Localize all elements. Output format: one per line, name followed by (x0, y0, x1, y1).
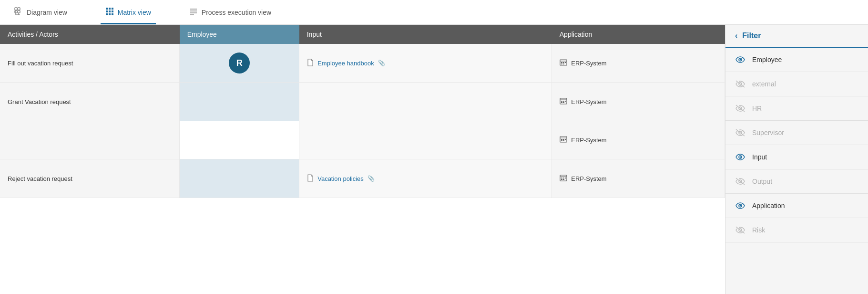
diagram-view-tab[interactable]: Diagram view (10, 0, 72, 24)
filter-label-risk: Risk (752, 226, 765, 234)
svg-rect-46 (565, 178, 566, 178)
erp-icon (560, 136, 567, 144)
app-label-2b: ERP-System (571, 136, 606, 144)
filter-label-external: external (752, 80, 776, 88)
svg-rect-44 (561, 178, 562, 178)
svg-rect-47 (561, 179, 562, 180)
app-item: ERP-System (560, 57, 606, 69)
diagram-view-label: Diagram view (27, 9, 67, 16)
eye-hidden-icon (735, 79, 745, 89)
app-item: ERP-System (560, 134, 606, 146)
filter-item-supervisor[interactable]: Supervisor (725, 121, 868, 145)
input-item[interactable]: Vacation policies 📎 (307, 172, 375, 185)
eye-visible-icon (735, 152, 745, 162)
app-label-2a: ERP-System (571, 98, 606, 105)
svg-rect-48 (563, 179, 564, 180)
matrix-area: Activities / Actors Employee Input Appli… (0, 25, 725, 294)
svg-rect-33 (561, 102, 562, 103)
svg-rect-38 (563, 139, 564, 140)
filter-item-employee[interactable]: Employee (725, 48, 868, 72)
svg-rect-15 (109, 13, 111, 15)
svg-rect-39 (565, 139, 566, 140)
filter-label-hr: HR (752, 105, 762, 112)
svg-rect-9 (109, 8, 111, 10)
main-layout: Activities / Actors Employee Input Appli… (0, 25, 868, 294)
filter-label-output: Output (752, 178, 772, 185)
input-cell-3: Vacation policies 📎 (299, 159, 552, 198)
activities-header: Activities / Actors (0, 25, 180, 44)
eye-hidden-icon (735, 103, 745, 114)
svg-point-55 (740, 157, 741, 158)
svg-rect-24 (563, 62, 564, 63)
app-label-1: ERP-System (571, 60, 606, 67)
app-item: ERP-System (560, 96, 606, 108)
filter-label-input: Input (752, 153, 767, 161)
svg-rect-26 (561, 63, 562, 64)
svg-rect-40 (561, 140, 562, 141)
top-navigation: Diagram view Matrix view (0, 0, 868, 25)
activity-label-3: Reject vacation request (8, 175, 72, 182)
filter-header: ‹ Filter (725, 25, 868, 48)
application-header: Application (552, 25, 725, 44)
eye-hidden-icon (735, 176, 745, 187)
svg-rect-1 (18, 8, 20, 10)
activity-label-2: Grant Vacation request (8, 98, 71, 105)
document-icon (307, 174, 314, 183)
svg-rect-23 (561, 62, 562, 63)
svg-rect-0 (15, 8, 17, 10)
employee-cell-2 (180, 83, 299, 159)
application-cell-2: ERP-System (552, 83, 725, 159)
svg-rect-31 (563, 101, 564, 102)
app-row: ERP-System (552, 83, 725, 121)
svg-rect-12 (109, 10, 111, 12)
matrix-table: Activities / Actors Employee Input Appli… (0, 25, 725, 198)
input-header: Input (299, 25, 552, 44)
svg-rect-10 (112, 8, 113, 10)
filter-item-output[interactable]: Output (725, 169, 868, 194)
filter-item-external[interactable]: external (725, 72, 868, 96)
svg-point-58 (740, 205, 741, 207)
activity-cell-2: Grant Vacation request (0, 83, 180, 159)
employee-cell-3 (180, 159, 299, 198)
filter-title: Filter (742, 32, 761, 40)
activity-cell-3: Reject vacation request (0, 159, 180, 198)
filter-back-button[interactable]: ‹ (735, 32, 737, 40)
filter-item-hr[interactable]: HR (725, 96, 868, 121)
matrix-view-icon (105, 7, 114, 18)
svg-rect-34 (563, 102, 564, 103)
application-cell-3: ERP-System (552, 159, 725, 198)
svg-rect-41 (563, 140, 564, 141)
erp-icon (560, 98, 567, 106)
eye-hidden-icon (735, 127, 745, 138)
table-row: Reject vacation request (0, 159, 725, 198)
app-row: ERP-System (552, 121, 725, 159)
input-label-3: Vacation policies (317, 175, 364, 182)
input-cell-1: Employee handbook 📎 (299, 44, 552, 83)
filter-label-supervisor: Supervisor (752, 129, 784, 136)
attachment-icon: 📎 (378, 60, 385, 66)
matrix-view-tab[interactable]: Matrix view (101, 0, 156, 24)
svg-rect-27 (563, 63, 564, 64)
svg-rect-3 (18, 10, 20, 13)
svg-rect-45 (563, 178, 564, 178)
svg-point-50 (740, 59, 741, 61)
svg-rect-14 (106, 13, 108, 15)
employee-header: Employee (180, 25, 299, 44)
filter-label-employee: Employee (752, 56, 782, 63)
app-item: ERP-System (560, 173, 606, 185)
filter-item-risk[interactable]: Risk (725, 218, 868, 242)
input-label-1: Employee handbook (317, 60, 374, 67)
svg-rect-8 (106, 8, 108, 10)
filter-item-application[interactable]: Application (725, 194, 868, 218)
erp-icon (560, 59, 567, 67)
process-execution-view-icon (189, 7, 198, 18)
avatar: R (229, 52, 250, 74)
process-execution-view-tab[interactable]: Process execution view (184, 0, 276, 24)
filter-panel: ‹ Filter Employee (725, 25, 868, 294)
svg-rect-25 (565, 62, 566, 63)
input-cell-2 (299, 83, 552, 159)
input-item[interactable]: Employee handbook 📎 (307, 57, 385, 70)
filter-item-input[interactable]: Input (725, 145, 868, 169)
svg-rect-16 (112, 13, 113, 15)
table-row: Grant Vacation request (0, 83, 725, 159)
